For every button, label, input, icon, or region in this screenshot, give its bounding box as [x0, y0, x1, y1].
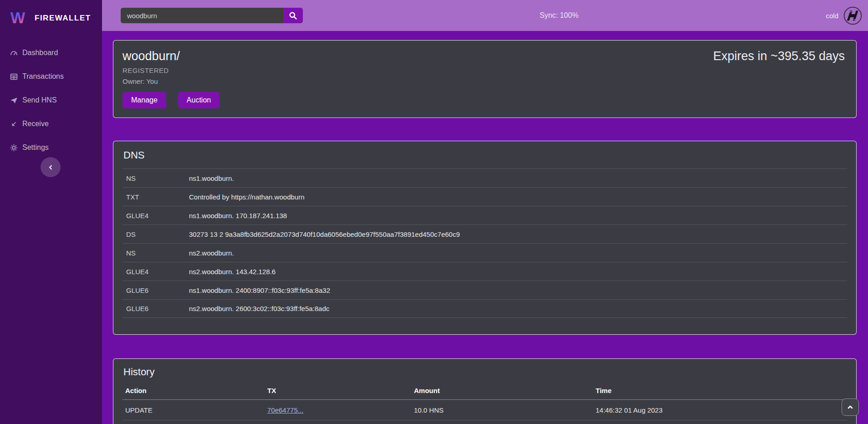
dns-record-value: ns2.woodburn. [189, 249, 234, 257]
history-header-time: Time [596, 387, 847, 394]
sidebar-item-label: Send HNS [22, 96, 57, 104]
dns-record-value: ns1.woodburn. 170.187.241.138 [189, 212, 287, 220]
dns-record-type: NS [123, 249, 189, 257]
dns-record-value: ns1.woodburn. 2400:8907::f03c:93ff:fe5a:… [189, 286, 330, 294]
sidebar-item-send-hns[interactable]: Send HNS [0, 88, 102, 112]
dns-record-row: NS ns1.woodburn. [123, 169, 847, 187]
sidebar-item-receive[interactable]: Receive [0, 112, 102, 136]
sidebar-item-label: Receive [22, 120, 49, 128]
chevron-left-icon [47, 164, 54, 171]
dns-record-type: NS [123, 174, 189, 182]
history-row: RENEW d79c3e1... 10.0 HNS 15:47:36 07 Ju… [123, 420, 847, 424]
sidebar-item-settings[interactable]: Settings [0, 136, 102, 159]
gauge-icon [10, 49, 18, 57]
dns-record-type: GLUE4 [123, 268, 189, 276]
domain-card: woodburn/ REGISTERED Owner: You Manage A… [113, 40, 857, 118]
main-content: woodburn/ REGISTERED Owner: You Manage A… [102, 31, 868, 424]
dns-record-row: GLUE4 ns1.woodburn. 170.187.241.138 [123, 206, 847, 225]
dns-table: NS ns1.woodburn. TXT Controlled by https… [123, 169, 847, 318]
sidebar-item-label: Settings [22, 143, 49, 152]
dns-record-type: GLUE6 [123, 305, 189, 312]
dns-record-row: NS ns2.woodburn. [123, 243, 847, 262]
history-card: History Action TX Amount Time UPDATE 70e… [113, 358, 857, 424]
dns-card: DNS NS ns1.woodburn. TXT Controlled by h… [113, 141, 857, 335]
svg-text:W: W [10, 10, 26, 27]
dns-record-value: 30273 13 2 9a3a8fb3d625d2a2073d740f10da6… [189, 230, 460, 238]
gear-icon [10, 144, 18, 152]
dns-record-type: GLUE4 [123, 212, 189, 220]
sidebar-collapse-button[interactable] [41, 157, 61, 177]
sidebar: W FIREWALLET Dashboard Transactions Send… [0, 0, 102, 424]
history-row: UPDATE 70e64775... 10.0 HNS 14:46:32 01 … [123, 400, 847, 420]
manage-button[interactable]: Manage [123, 92, 166, 108]
dns-record-value: Controlled by https://nathan.woodburn [189, 193, 305, 201]
sidebar-item-label: Transactions [22, 72, 64, 81]
dns-record-value: ns2.woodburn. 2600:3c02::f03c:93ff:fe5a:… [189, 305, 329, 312]
dns-record-row: GLUE4 ns2.woodburn. 143.42.128.6 [123, 262, 847, 281]
scroll-to-top-button[interactable] [842, 398, 859, 416]
dns-record-row: TXT Controlled by https://nathan.woodbur… [123, 187, 847, 206]
domain-owner: Owner: You [123, 77, 845, 85]
app-logo: W FIREWALLET [0, 0, 102, 31]
history-table: Action TX Amount Time UPDATE 70e64775...… [123, 382, 847, 424]
history-rows: UPDATE 70e64775... 10.0 HNS 14:46:32 01 … [123, 400, 847, 424]
history-header-tx: TX [267, 387, 414, 394]
expiry-label: Expires in ~395.35 days [713, 49, 845, 63]
history-card-title: History [123, 366, 847, 378]
sidebar-item-label: Dashboard [22, 49, 58, 57]
history-header-row: Action TX Amount Time [123, 382, 847, 400]
domain-status-badge: REGISTERED [123, 66, 845, 74]
dns-record-value: ns2.woodburn. 143.42.128.6 [189, 268, 276, 276]
wallet-name: cold [826, 12, 838, 20]
sync-status: Sync: 100% [540, 11, 578, 20]
search-button[interactable] [283, 8, 303, 23]
search-bar [121, 8, 303, 23]
search-icon [289, 11, 297, 20]
dns-record-type: GLUE6 [123, 286, 189, 294]
dns-record-type: TXT [123, 193, 189, 201]
sidebar-item-dashboard[interactable]: Dashboard [0, 41, 102, 65]
history-header-amount: Amount [414, 387, 596, 394]
history-time: 14:46:32 01 Aug 2023 [596, 406, 847, 414]
paper-plane-icon [10, 97, 18, 104]
app-name: FIREWALLET [35, 14, 91, 23]
dns-card-title: DNS [123, 149, 847, 161]
hns-logo-icon [843, 6, 862, 25]
firewallet-logo-icon: W [7, 8, 28, 29]
history-action: UPDATE [123, 406, 267, 414]
dns-record-type: DS [123, 230, 189, 238]
chevron-up-icon [847, 404, 854, 411]
tx-link[interactable]: 70e64775... [267, 406, 303, 414]
table-icon [10, 73, 18, 81]
topbar: Sync: 100% cold [102, 0, 868, 31]
dns-record-row: DS 30273 13 2 9a3a8fb3d625d2a2073d740f10… [123, 225, 847, 243]
arrow-down-left-icon [10, 120, 18, 128]
sidebar-item-transactions[interactable]: Transactions [0, 65, 102, 88]
sidebar-nav: Dashboard Transactions Send HNS Receive … [0, 41, 102, 159]
auction-button[interactable]: Auction [178, 92, 220, 108]
wallet-switcher[interactable]: cold [826, 6, 868, 25]
dns-record-row: GLUE6 ns1.woodburn. 2400:8907::f03c:93ff… [123, 281, 847, 299]
history-header-action: Action [123, 387, 267, 394]
dns-record-row: GLUE6 ns2.woodburn. 2600:3c02::f03c:93ff… [123, 299, 847, 318]
history-amount: 10.0 HNS [414, 406, 596, 414]
dns-record-value: ns1.woodburn. [189, 174, 234, 182]
search-input[interactable] [121, 8, 283, 23]
